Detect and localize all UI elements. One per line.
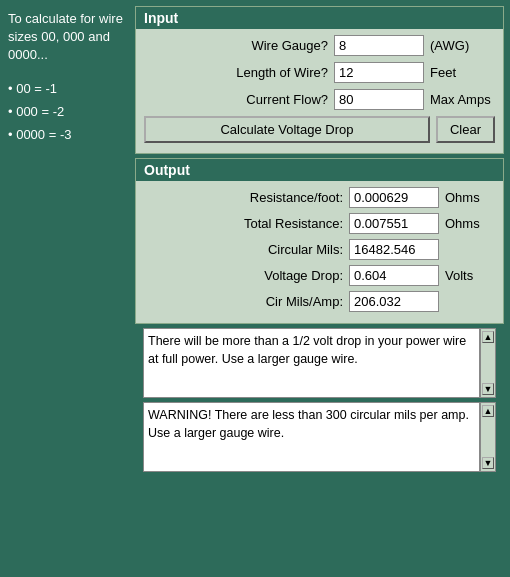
- voltage-drop-unit: Volts: [445, 268, 495, 283]
- message2-scrollbar[interactable]: ▲ ▼: [480, 402, 496, 472]
- messages-area: ▲ ▼ ▲ ▼: [135, 328, 504, 482]
- voltage-drop-label: Voltage Drop:: [223, 268, 343, 283]
- circular-mils-value: 16482.546: [349, 239, 439, 260]
- voltage-drop-value: 0.604: [349, 265, 439, 286]
- cir-mils-amp-row: Cir Mils/Amp: 206.032: [144, 291, 495, 312]
- resistance-per-foot-unit: Ohms: [445, 190, 495, 205]
- left-bullets: • 00 = -1 • 000 = -2 • 0000 = -3: [8, 77, 127, 147]
- scrollbar-up-arrow-2[interactable]: ▲: [482, 405, 494, 417]
- scrollbar-up-arrow-1[interactable]: ▲: [482, 331, 494, 343]
- circular-mils-row: Circular Mils: 16482.546: [144, 239, 495, 260]
- total-resistance-unit: Ohms: [445, 216, 495, 231]
- input-fields: Wire Gauge? (AWG) Length of Wire? Feet C…: [136, 29, 503, 153]
- clear-button[interactable]: Clear: [436, 116, 495, 143]
- length-unit: Feet: [430, 65, 495, 80]
- input-section-box: Input Wire Gauge? (AWG) Length of Wire? …: [135, 6, 504, 154]
- button-row: Calculate Voltage Drop Clear: [144, 116, 495, 143]
- circular-mils-label: Circular Mils:: [223, 242, 343, 257]
- cir-mils-amp-label: Cir Mils/Amp:: [223, 294, 343, 309]
- right-panel: Input Wire Gauge? (AWG) Length of Wire? …: [135, 0, 510, 577]
- current-label: Current Flow?: [218, 92, 328, 107]
- total-resistance-row: Total Resistance: 0.007551 Ohms: [144, 213, 495, 234]
- length-row: Length of Wire? Feet: [144, 62, 495, 83]
- total-resistance-label: Total Resistance:: [223, 216, 343, 231]
- current-unit: Max Amps: [430, 92, 495, 107]
- output-fields: Resistance/foot: 0.000629 Ohms Total Res…: [136, 181, 503, 323]
- current-input[interactable]: [334, 89, 424, 110]
- message1-text[interactable]: [143, 328, 480, 398]
- output-section-box: Output Resistance/foot: 0.000629 Ohms To…: [135, 158, 504, 324]
- bullet-00: • 00 = -1: [8, 77, 127, 100]
- message2-text[interactable]: [143, 402, 480, 472]
- calculate-button[interactable]: Calculate Voltage Drop: [144, 116, 430, 143]
- left-description: To calculate for wire sizes 00, 000 and …: [8, 10, 127, 65]
- length-label: Length of Wire?: [218, 65, 328, 80]
- resistance-per-foot-value: 0.000629: [349, 187, 439, 208]
- length-input[interactable]: [334, 62, 424, 83]
- voltage-drop-row: Voltage Drop: 0.604 Volts: [144, 265, 495, 286]
- wire-gauge-unit: (AWG): [430, 38, 495, 53]
- message2-wrapper: ▲ ▼: [143, 402, 496, 472]
- cir-mils-amp-value: 206.032: [349, 291, 439, 312]
- output-title: Output: [136, 159, 503, 181]
- input-title: Input: [136, 7, 503, 29]
- bullet-0000: • 0000 = -3: [8, 123, 127, 146]
- message1-scrollbar[interactable]: ▲ ▼: [480, 328, 496, 398]
- wire-gauge-row: Wire Gauge? (AWG): [144, 35, 495, 56]
- resistance-per-foot-row: Resistance/foot: 0.000629 Ohms: [144, 187, 495, 208]
- scrollbar-down-arrow-1[interactable]: ▼: [482, 383, 494, 395]
- wire-gauge-label: Wire Gauge?: [218, 38, 328, 53]
- wire-gauge-input[interactable]: [334, 35, 424, 56]
- bullet-000: • 000 = -2: [8, 100, 127, 123]
- resistance-per-foot-label: Resistance/foot:: [223, 190, 343, 205]
- current-row: Current Flow? Max Amps: [144, 89, 495, 110]
- message1-wrapper: ▲ ▼: [143, 328, 496, 398]
- scrollbar-down-arrow-2[interactable]: ▼: [482, 457, 494, 469]
- left-panel: To calculate for wire sizes 00, 000 and …: [0, 0, 135, 577]
- total-resistance-value: 0.007551: [349, 213, 439, 234]
